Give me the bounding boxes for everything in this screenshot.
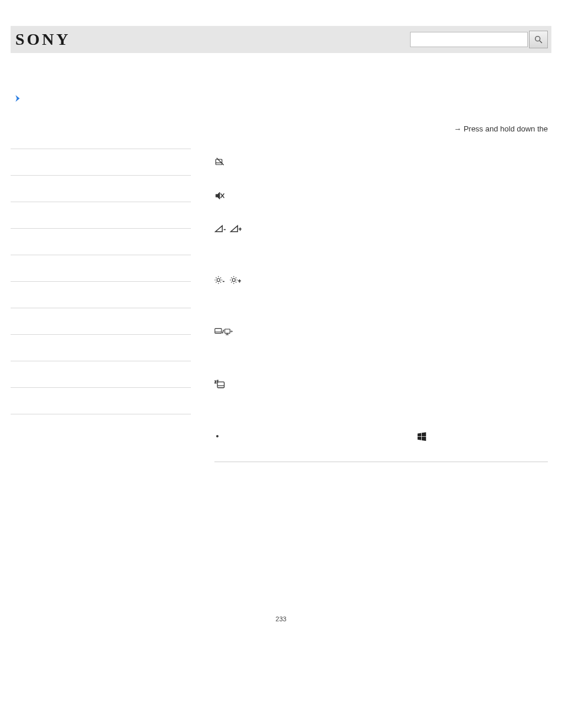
svg-point-19 (232, 278, 235, 281)
nav-item[interactable] (11, 229, 191, 255)
instruction-line: → Press and hold down the (214, 124, 548, 135)
svg-line-14 (216, 277, 216, 278)
svg-line-27 (231, 282, 232, 282)
nav-item[interactable] (11, 308, 191, 335)
nav-item[interactable] (11, 149, 191, 176)
nav-item[interactable] (11, 388, 191, 414)
search-input[interactable] (410, 32, 528, 47)
search-button[interactable] (529, 31, 548, 48)
brand-logo: SONY (15, 30, 71, 49)
svg-line-1 (540, 41, 542, 43)
main-content: → Press and hold down the (191, 94, 551, 462)
page-number: 233 (0, 615, 562, 634)
svg-text:/: / (223, 329, 224, 334)
svg-text:-: - (224, 226, 226, 232)
nav-item[interactable] (11, 123, 191, 149)
nav-item[interactable] (11, 335, 191, 361)
svg-text:+: + (239, 226, 242, 232)
svg-line-17 (216, 282, 216, 282)
fn-f12-row: z z (214, 379, 548, 390)
fn-f2-row (214, 190, 548, 201)
fn-f1-row (214, 156, 548, 167)
nav-item[interactable] (11, 255, 191, 282)
svg-rect-32 (225, 329, 230, 333)
left-nav (11, 94, 191, 462)
svg-line-15 (220, 282, 221, 282)
svg-text:-: - (223, 278, 224, 284)
svg-line-26 (236, 277, 236, 278)
chevron-right-icon (14, 94, 22, 104)
svg-line-16 (220, 277, 221, 278)
svg-point-0 (535, 37, 540, 41)
volume-up-icon: + (230, 225, 242, 233)
search-wrap (410, 31, 548, 48)
svg-point-9 (217, 278, 220, 281)
search-icon (534, 35, 543, 44)
nav-item[interactable] (11, 282, 191, 308)
brightness-down-icon: - (214, 275, 226, 285)
svg-text:+: + (238, 278, 241, 284)
header-bar: SONY (11, 26, 551, 53)
nav-item[interactable] (11, 176, 191, 202)
fn-f5-f6-row: - + (214, 275, 548, 285)
note-row: • (212, 432, 548, 445)
svg-rect-37 (217, 382, 224, 388)
instruction-text: Press and hold down the (464, 124, 548, 133)
brightness-up-icon: + (230, 275, 242, 285)
svg-rect-29 (215, 328, 222, 333)
fn-f7-row: / (214, 327, 548, 337)
arrow-right-icon: → (454, 124, 461, 133)
nav-item[interactable] (11, 202, 191, 229)
hibernate-icon: z z (214, 379, 226, 390)
bullet-icon: • (212, 432, 223, 440)
mute-icon (214, 190, 225, 201)
windows-icon (417, 432, 427, 445)
fn-f3-f4-row: - + (214, 225, 548, 233)
svg-line-24 (231, 277, 232, 278)
svg-line-25 (236, 282, 236, 282)
nav-item[interactable] (11, 361, 191, 388)
touchpad-off-icon (214, 156, 225, 167)
volume-down-icon: - (214, 225, 226, 233)
divider (214, 462, 548, 462)
nav-back[interactable] (11, 94, 191, 105)
display-output-icon: / (214, 327, 233, 337)
